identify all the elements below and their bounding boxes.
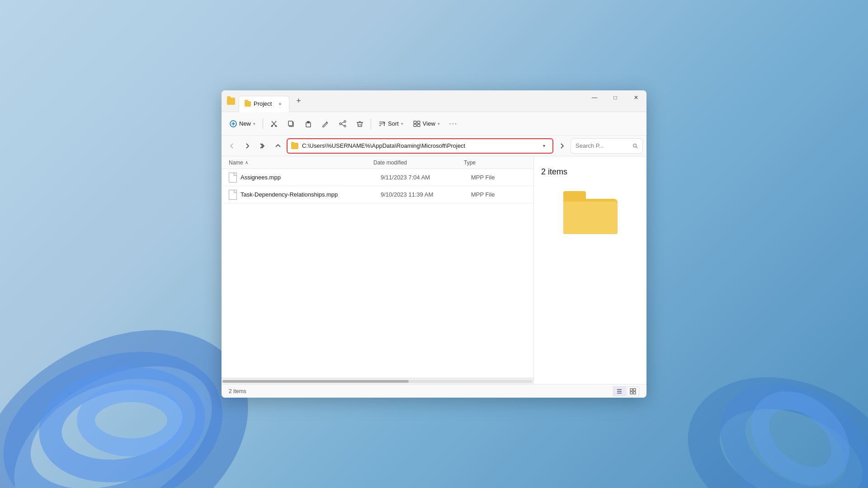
copy-icon [287, 120, 295, 128]
file-list: Name ∧ Date modified Type Assignees.mpp … [222, 156, 533, 384]
paste-button[interactable] [300, 116, 316, 132]
svg-point-20 [340, 123, 341, 125]
svg-point-6 [745, 385, 855, 488]
svg-point-13 [275, 125, 277, 127]
list-view-icon [616, 388, 623, 394]
view-label: View [423, 120, 435, 127]
view-icon [413, 120, 420, 127]
new-tab-button[interactable]: + [291, 94, 306, 108]
window-controls: — □ ✕ [584, 90, 646, 112]
svg-rect-31 [414, 121, 416, 123]
preview-panel: 2 items [533, 156, 646, 384]
file-icon-1 [229, 190, 237, 200]
svg-rect-43 [633, 392, 636, 394]
svg-rect-17 [307, 121, 310, 123]
address-dropdown-button[interactable]: ▾ [539, 141, 549, 151]
toolbar-divider-1 [263, 118, 263, 129]
status-bar: 2 items [222, 384, 646, 398]
close-button[interactable]: ✕ [626, 90, 646, 105]
svg-rect-32 [417, 121, 420, 123]
file-type-1: MPP File [471, 191, 526, 198]
svg-rect-15 [288, 121, 292, 126]
file-type-0: MPP File [471, 174, 526, 181]
go-button[interactable] [555, 139, 569, 153]
new-button[interactable]: New ▾ [225, 116, 260, 132]
table-row[interactable]: Assignees.mpp 9/11/2023 7:04 AM MPP File [222, 169, 533, 186]
folder-tab [563, 191, 586, 199]
grid-view-icon [630, 388, 636, 394]
file-date-1: 9/10/2023 11:39 AM [381, 191, 471, 198]
svg-rect-41 [633, 389, 636, 391]
more-icon: ··· [449, 120, 458, 128]
scrollbar-track [222, 380, 533, 383]
forward-icon [244, 143, 250, 149]
grid-view-button[interactable] [627, 386, 639, 396]
toolbar-divider-2 [371, 118, 371, 129]
svg-point-21 [344, 125, 346, 127]
sort-asc-icon: ∧ [245, 160, 248, 165]
delete-button[interactable] [352, 116, 368, 132]
scrollbar-thumb [222, 380, 409, 383]
go-icon [559, 143, 565, 149]
forward-button[interactable] [241, 139, 254, 153]
tab-folder-icon [245, 101, 251, 107]
copy-button[interactable] [283, 116, 299, 132]
preview-item-count: 2 items [541, 167, 567, 177]
back-icon [229, 143, 235, 149]
svg-line-22 [341, 122, 344, 123]
cut-icon [270, 120, 278, 128]
active-tab[interactable]: Project × [239, 96, 289, 112]
address-input[interactable] [302, 142, 539, 149]
svg-rect-33 [414, 124, 416, 127]
share-button[interactable] [335, 116, 351, 132]
minimize-button[interactable]: — [584, 90, 605, 105]
window-folder-icon [227, 98, 235, 105]
svg-point-12 [271, 125, 273, 127]
horizontal-scrollbar[interactable] [222, 378, 533, 384]
sort-label: Sort [388, 120, 399, 127]
file-icon-0 [229, 173, 237, 183]
svg-line-36 [636, 147, 637, 148]
search-box[interactable] [571, 138, 643, 154]
recent-icon [259, 143, 266, 149]
up-button[interactable] [271, 139, 285, 153]
new-arrow: ▾ [253, 122, 255, 126]
file-name-0: Assignees.mpp [241, 174, 381, 181]
rename-button[interactable] [317, 116, 334, 132]
empty-space [222, 203, 533, 378]
view-button[interactable]: View ▾ [409, 116, 444, 132]
tab-label: Project [254, 100, 272, 107]
search-input[interactable] [576, 142, 629, 149]
address-bar-row: ▾ [222, 136, 646, 156]
address-folder-icon [291, 143, 298, 149]
svg-point-2 [43, 368, 201, 482]
back-button[interactable] [225, 139, 239, 153]
maximize-button[interactable]: □ [605, 90, 626, 105]
tab-close-button[interactable]: × [276, 100, 283, 108]
search-icon [632, 143, 638, 149]
toolbar: New ▾ [222, 112, 646, 136]
sort-arrow: ▾ [401, 122, 403, 126]
title-bar-left: Project × + [227, 93, 584, 109]
svg-rect-42 [630, 392, 632, 394]
sort-button[interactable]: Sort ▾ [374, 116, 408, 132]
main-content: Name ∧ Date modified Type Assignees.mpp … [222, 156, 646, 384]
share-icon [339, 120, 347, 128]
view-arrow: ▾ [438, 122, 440, 126]
cut-button[interactable] [266, 116, 282, 132]
list-view-button[interactable] [613, 386, 626, 396]
column-name[interactable]: Name ∧ [229, 160, 373, 166]
more-options-button[interactable]: ··· [445, 116, 462, 132]
recent-locations-button[interactable] [256, 139, 269, 153]
sort-icon [378, 120, 386, 127]
svg-rect-34 [417, 124, 420, 127]
address-bar[interactable]: ▾ [287, 138, 553, 154]
column-type[interactable]: Type [464, 160, 526, 166]
svg-point-5 [714, 374, 868, 488]
column-header: Name ∧ Date modified Type [222, 156, 533, 169]
new-icon [230, 120, 237, 127]
title-bar: Project × + — □ ✕ [222, 90, 646, 112]
column-date-modified[interactable]: Date modified [373, 160, 464, 166]
rename-icon [321, 120, 330, 128]
table-row[interactable]: Task-Dependency-Relationships.mpp 9/10/2… [222, 186, 533, 203]
